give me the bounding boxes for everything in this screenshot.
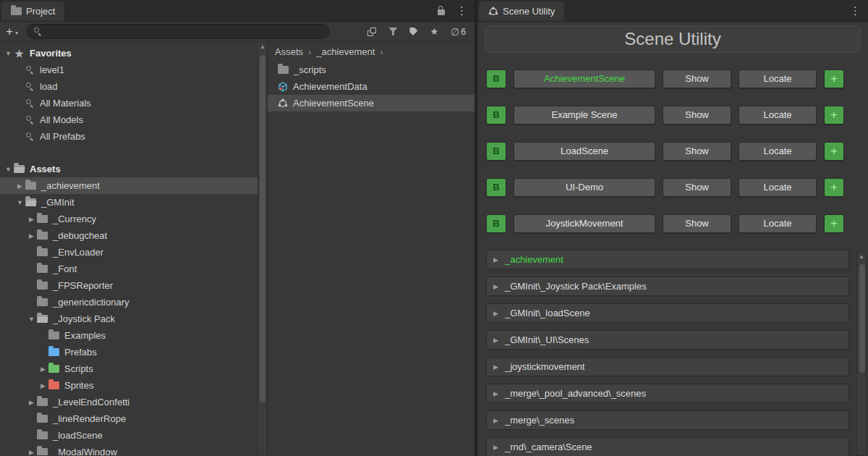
panel-menu-icon[interactable]: ⋮: [850, 5, 861, 16]
foldout-header[interactable]: ▶_achievement: [486, 250, 849, 269]
tree-item[interactable]: _loadScene: [0, 427, 267, 444]
tree-item[interactable]: load: [0, 78, 267, 95]
scrollbar-thumb[interactable]: [859, 264, 865, 373]
show-button[interactable]: Show: [663, 178, 731, 197]
chevron-right-icon[interactable]: ▶: [38, 366, 48, 373]
folder-icon: [37, 415, 48, 423]
scrollbar-thumb[interactable]: [260, 55, 265, 402]
foldout-header[interactable]: ▶_rnd\_camera\Scene: [486, 437, 849, 456]
asset-item[interactable]: AchievementScene: [268, 95, 475, 111]
tree-item[interactable]: All Models: [0, 111, 267, 128]
scene-name-button[interactable]: LoadScene: [514, 142, 655, 161]
scene-name-button[interactable]: Example Scene: [514, 106, 655, 124]
tree-item[interactable]: All Prefabs: [0, 128, 267, 145]
chevron-down-icon[interactable]: ▼: [26, 316, 37, 323]
add-scene-button[interactable]: +: [824, 106, 844, 124]
show-button[interactable]: Show: [663, 214, 731, 233]
search-by-label-icon[interactable]: [409, 28, 417, 35]
chevron-down-icon[interactable]: ▼: [14, 199, 25, 206]
tree-item[interactable]: _lineRenderRope: [0, 410, 267, 427]
panel-menu-icon[interactable]: ⋮: [456, 5, 467, 16]
foldout-header[interactable]: ▶_joystickmovement: [486, 357, 849, 376]
tree-item[interactable]: Prefabs: [0, 344, 267, 360]
tree-item[interactable]: _EnvLoader: [0, 244, 267, 261]
scene-name-button[interactable]: AchievementScene: [514, 69, 655, 88]
tree-item[interactable]: ▶Scripts: [0, 360, 267, 377]
b-toggle-button[interactable]: B: [486, 69, 506, 88]
foldout-header[interactable]: ▶_merge\_pool_advanced\_scenes: [486, 384, 849, 403]
tree-item[interactable]: ▼Assets: [0, 161, 267, 177]
show-button[interactable]: Show: [663, 69, 731, 88]
chevron-down-icon[interactable]: ▼: [3, 166, 14, 173]
hidden-count-toggle[interactable]: ∅ 6: [451, 27, 466, 37]
chevron-down-icon[interactable]: ▼: [3, 50, 14, 57]
chevron-right-icon[interactable]: ▶: [26, 399, 37, 406]
foldout-label: _merge\_scenes: [505, 415, 574, 426]
chevron-right-icon: ▶: [493, 256, 498, 263]
show-button[interactable]: Show: [663, 142, 731, 161]
tree-item[interactable]: ▼★Favorites: [0, 45, 267, 62]
add-scene-button[interactable]: +: [824, 214, 844, 233]
tree-item[interactable]: ▶_Currency: [0, 211, 267, 227]
foldout-header[interactable]: ▶_merge\_scenes: [486, 410, 849, 430]
create-asset-button[interactable]: + ▾: [4, 25, 20, 38]
tab-project[interactable]: Project: [1, 1, 64, 21]
open-search-window-icon[interactable]: [367, 28, 376, 36]
foldout-header[interactable]: ▶_GMInit\_Joystick Pack\Examples: [486, 276, 849, 296]
search-field[interactable]: [27, 24, 329, 39]
foldout-header[interactable]: ▶_GMInit\_UI\Scenes: [486, 330, 849, 350]
tree-item[interactable]: _Font: [0, 261, 267, 277]
tree-item[interactable]: _genericdictionary: [0, 294, 267, 311]
tree-item[interactable]: ▶_debugcheat: [0, 227, 267, 244]
scroll-up-icon[interactable]: ▲: [857, 252, 866, 260]
tree-item[interactable]: ▼_Joystick Pack: [0, 311, 267, 327]
lock-icon[interactable]: [438, 9, 445, 15]
tree-item[interactable]: All Materials: [0, 95, 267, 111]
b-toggle-button[interactable]: B: [486, 178, 506, 197]
tree-item[interactable]: ▶_achievement: [0, 177, 267, 194]
star-icon: ★: [14, 48, 25, 59]
tree-item[interactable]: Examples: [0, 327, 267, 344]
locate-button[interactable]: Locate: [739, 106, 817, 124]
chevron-right-icon[interactable]: ▶: [38, 382, 48, 389]
add-scene-button[interactable]: +: [824, 69, 844, 88]
plus-icon: +: [6, 25, 13, 38]
locate-button[interactable]: Locate: [739, 214, 817, 233]
tree-item[interactable]: _FPSReporter: [0, 277, 267, 294]
tree-item[interactable]: level1: [0, 62, 267, 78]
b-toggle-button[interactable]: B: [486, 142, 506, 161]
show-button[interactable]: Show: [663, 106, 731, 124]
tree-vertical-scrollbar[interactable]: ▲: [258, 42, 267, 455]
chevron-right-icon[interactable]: ▶: [26, 449, 37, 456]
tab-scene-utility[interactable]: Scene Utility: [479, 1, 564, 21]
tree-item[interactable]: ▼_GMInit: [0, 194, 267, 211]
asset-item[interactable]: AchievementData: [268, 78, 475, 95]
scene-name-button[interactable]: UI-Demo: [514, 178, 655, 197]
b-toggle-button[interactable]: B: [486, 106, 506, 124]
foldout-vertical-scrollbar[interactable]: ▲: [856, 251, 867, 456]
add-scene-button[interactable]: +: [824, 142, 844, 161]
asset-item[interactable]: _scripts: [268, 62, 475, 78]
scene-name-button[interactable]: JoystickMovement: [514, 214, 655, 233]
locate-button[interactable]: Locate: [739, 142, 817, 161]
scroll-up-icon[interactable]: ▲: [258, 42, 267, 50]
tree-item[interactable]: ▶_LevelEndConfetti: [0, 394, 267, 410]
tree-item[interactable]: ▶Sprites: [0, 377, 267, 394]
tree-item[interactable]: ▶_ModalWindow: [0, 444, 267, 455]
b-toggle-button[interactable]: B: [486, 214, 506, 233]
foldout-header[interactable]: ▶_GMInit\_loadScene: [486, 303, 849, 323]
search-by-type-icon[interactable]: [388, 28, 397, 35]
asset-item-label: AchievementScene: [293, 98, 374, 109]
chevron-right-icon[interactable]: ▶: [26, 216, 37, 223]
chevron-right-icon[interactable]: ▶: [14, 182, 25, 190]
foldout-label: _merge\_pool_advanced\_scenes: [505, 388, 646, 399]
add-scene-button[interactable]: +: [824, 178, 844, 197]
locate-button[interactable]: Locate: [739, 69, 817, 88]
breadcrumb-item[interactable]: Assets: [275, 46, 303, 57]
save-search-icon[interactable]: ★: [430, 27, 438, 36]
search-icon: [25, 98, 35, 108]
search-input[interactable]: [47, 26, 323, 38]
chevron-right-icon[interactable]: ▶: [26, 232, 37, 240]
breadcrumb-item[interactable]: _achievement: [316, 46, 375, 57]
locate-button[interactable]: Locate: [739, 178, 817, 197]
